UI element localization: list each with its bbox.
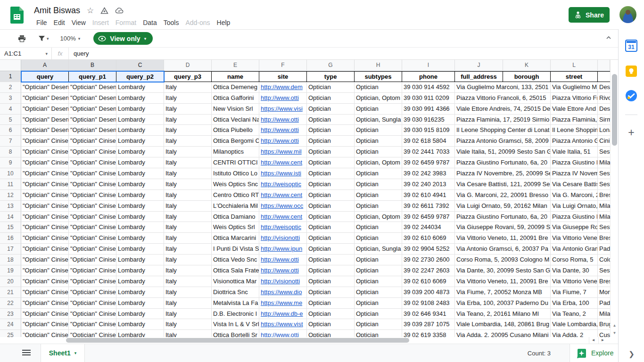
cell-H15[interactable]: Optician — [355, 222, 402, 233]
cell-B1[interactable]: query_p1 — [69, 71, 116, 82]
cell-G5[interactable]: Optician — [307, 115, 355, 125]
column-header-I[interactable]: I — [402, 60, 455, 71]
cell-L18[interactable]: Corso Roma, 5 — [551, 255, 598, 265]
cell-I10[interactable]: 39 02 242 3983 — [402, 168, 455, 179]
cell-F12[interactable]: http://www.cent — [259, 190, 307, 201]
cell-B13[interactable]: "Optician" Cinise — [69, 201, 116, 212]
cell-I17[interactable]: 39 02 9904 5252 — [402, 244, 455, 255]
cell-C14[interactable]: Lombardy — [116, 212, 164, 222]
column-header-L[interactable]: L — [551, 60, 598, 71]
cell-J15[interactable]: Via Giuseppe Rovani, 59, 20099 S — [455, 222, 551, 233]
menu-help[interactable]: Help — [214, 18, 234, 27]
menu-tools[interactable]: Tools — [160, 18, 182, 27]
cell-L17[interactable]: Via Antonio Gram — [551, 244, 598, 255]
cell-F17[interactable]: http://www.ipun — [259, 244, 307, 255]
scroll-down-icon[interactable]: ▼ — [611, 329, 619, 337]
cell-B20[interactable]: "Optician" Cinise — [69, 276, 116, 287]
cell-C8[interactable]: Lombardy — [116, 147, 164, 157]
cell-A9[interactable]: "Optician" Cinise — [21, 157, 69, 168]
cell-M1[interactable] — [598, 71, 610, 82]
row-header-5[interactable]: 5 — [0, 115, 21, 125]
cell-H16[interactable]: Optician — [355, 233, 402, 244]
cell-D25[interactable]: Italy — [164, 330, 212, 337]
cell-E1[interactable]: name — [212, 71, 259, 82]
cell-B22[interactable]: "Optician" Cinise — [69, 298, 116, 309]
cell-C15[interactable]: Lombardy — [116, 222, 164, 233]
share-button[interactable]: Share — [569, 7, 610, 23]
cell-G16[interactable]: Optician — [307, 233, 355, 244]
cell-C20[interactable]: Lombardy — [116, 276, 164, 287]
cell-B7[interactable]: "Optician" Cinise — [69, 136, 116, 147]
cell-I24[interactable]: 39 039 287 1075 — [402, 319, 455, 330]
cell-L3[interactable]: Piazza Vittorio Fr — [551, 93, 598, 104]
cell-G3[interactable]: Optician — [307, 93, 355, 104]
cell-B23[interactable]: "Optician" Cinise — [69, 309, 116, 320]
cell-I9[interactable]: 39 02 6459 9787 — [402, 157, 455, 168]
cell-B21[interactable]: "Optician" Cinise — [69, 287, 116, 298]
cell-B12[interactable]: "Optician" Cinise — [69, 190, 116, 201]
cell-G18[interactable]: Optician — [307, 255, 355, 265]
column-header-F[interactable]: F — [259, 60, 307, 71]
cell-F2[interactable]: http://www.dem — [259, 82, 307, 93]
cell-E4[interactable]: New Vision Srl — [212, 104, 259, 115]
row-header-8[interactable]: 8 — [0, 147, 21, 157]
column-header-J[interactable]: J — [455, 60, 503, 71]
cell-F6[interactable]: http://www.otti — [259, 125, 307, 136]
row-header-20[interactable]: 20 — [0, 276, 21, 287]
cell-E6[interactable]: Ottica Piubello — [212, 125, 259, 136]
cell-C7[interactable]: Lombardy — [116, 136, 164, 147]
cell-M10[interactable]: Sest — [598, 168, 610, 179]
cell-G10[interactable]: Optician — [307, 168, 355, 179]
cell-E18[interactable]: Ottica Vedo Snc — [212, 255, 259, 265]
cell-L8[interactable]: Viale Italia, 51 — [551, 147, 598, 157]
row-header-17[interactable]: 17 — [0, 244, 21, 255]
cell-J2[interactable]: Via Guglielmo Marconi, 133, 2501 — [455, 82, 551, 93]
cell-B17[interactable]: "Optician" Cinise — [69, 244, 116, 255]
row-header-25[interactable]: 25 — [0, 330, 21, 337]
cell-E10[interactable]: Istituto Ottico Lo — [212, 168, 259, 179]
cell-J8[interactable]: Viale Italia, 51, 20099 Sesto San G — [455, 147, 551, 157]
cell-D18[interactable]: Italy — [164, 255, 212, 265]
cell-E21[interactable]: Diottrica Snc — [212, 287, 259, 298]
cell-J5[interactable]: Piazza Flaminia, 17, 25019 Sirmio — [455, 115, 551, 125]
cell-F14[interactable]: http://www.cent — [259, 212, 307, 222]
cell-G7[interactable]: Optician — [307, 136, 355, 147]
cell-C5[interactable]: Lombardy — [116, 115, 164, 125]
cell-E20[interactable]: Visionottica Mar — [212, 276, 259, 287]
cell-I19[interactable]: 39 02 2247 2603 — [402, 265, 455, 276]
cell-F16[interactable]: http://visionotti — [259, 233, 307, 244]
cell-J4[interactable]: Viale Ettore Andreis, 74, 25015 De — [455, 104, 551, 115]
cell-I16[interactable]: 39 02 610 6069 — [402, 233, 455, 244]
cell-L14[interactable]: Piazza Giustino F — [551, 212, 598, 222]
cell-I11[interactable]: 39 02 240 2013 — [402, 179, 455, 190]
row-header-12[interactable]: 12 — [0, 190, 21, 201]
menu-file[interactable]: File — [33, 18, 50, 27]
cell-I21[interactable]: 39 039 200 4873 — [402, 287, 455, 298]
cell-D23[interactable]: Italy — [164, 309, 212, 320]
cell-C3[interactable]: Lombardy — [116, 93, 164, 104]
cell-L19[interactable]: Via Dante, 30 — [551, 265, 598, 276]
scroll-right-icon[interactable]: ► — [598, 337, 607, 344]
cell-I14[interactable]: 39 02 6459 9787 — [402, 212, 455, 222]
cell-L22[interactable]: Via Erba, 100 — [551, 298, 598, 309]
cell-C21[interactable]: Lombardy — [116, 287, 164, 298]
cell-G6[interactable]: Optician — [307, 125, 355, 136]
cell-F24[interactable]: https://www.vist — [259, 319, 307, 330]
cell-E13[interactable]: L'Occhialeria Mil — [212, 201, 259, 212]
cell-A13[interactable]: "Optician" Cinise — [21, 201, 69, 212]
cell-E5[interactable]: Ottica Veclani Na — [212, 115, 259, 125]
cell-J6[interactable]: Il Leone Shopping Center di Lonat — [455, 125, 551, 136]
cell-M23[interactable]: Mila — [598, 309, 610, 320]
cell-L23[interactable]: Via Teano, 2 — [551, 309, 598, 320]
cell-G25[interactable]: Optician — [307, 330, 355, 337]
cell-K1[interactable]: borough — [503, 71, 551, 82]
cell-I18[interactable]: 39 02 2730 2600 — [402, 255, 455, 265]
cell-I25[interactable]: 39 02 619 3358 — [402, 330, 455, 337]
cell-L12[interactable]: Via G. Marconi, 2 — [551, 190, 598, 201]
cell-M15[interactable]: Sest — [598, 222, 610, 233]
horizontal-scrollbar[interactable]: ◄ ► — [0, 337, 618, 344]
cell-C2[interactable]: Lombardy — [116, 82, 164, 93]
cell-B5[interactable]: "Optician" Desen — [69, 115, 116, 125]
cell-C17[interactable]: Lombardy — [116, 244, 164, 255]
cell-D5[interactable]: Italy — [164, 115, 212, 125]
